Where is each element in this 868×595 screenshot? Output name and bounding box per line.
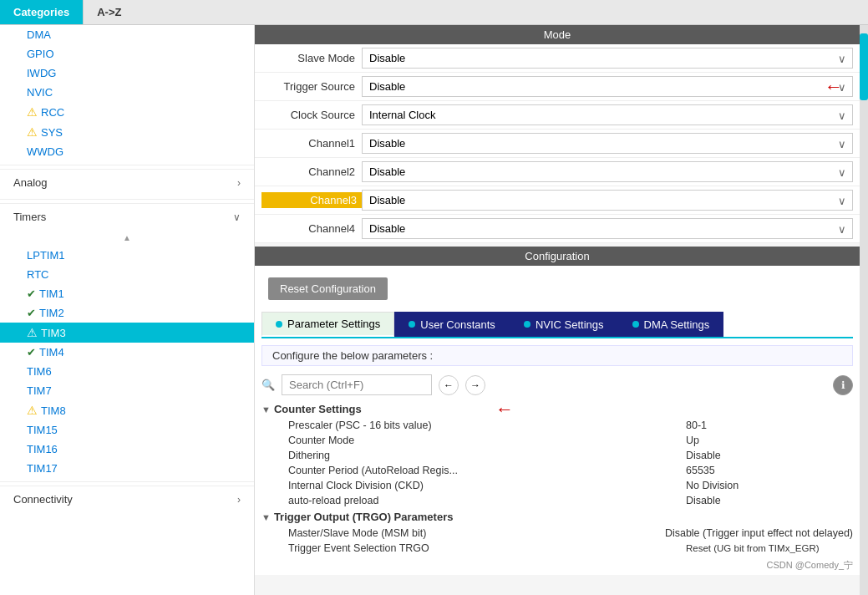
divider-1 [0, 165, 254, 165]
scroll-up-arrow: ▲ [123, 233, 131, 242]
trigger-source-label: Trigger Source [261, 80, 362, 93]
sidebar-item-tim8[interactable]: ⚠TIM8 [0, 400, 254, 420]
config-tabs-row: Parameter Settings User Constants NVIC S… [261, 312, 853, 338]
nav-prev-button[interactable]: ← [439, 375, 459, 395]
config-header: Configuration [255, 247, 860, 266]
sidebar-item-tim4[interactable]: ✔TIM4 [0, 343, 254, 362]
param-counter-mode-value: Up [686, 435, 853, 446]
channel3-select-wrap: Disable [362, 190, 853, 211]
sidebar-item-wwdg[interactable]: WWDG [0, 142, 254, 161]
sidebar: DMA GPIO IWDG NVIC ⚠RCC ⚠SYS WWDG Analog… [0, 25, 255, 595]
param-prescaler-value: 80-1 [686, 420, 853, 431]
clock-source-select[interactable]: Internal Clock [362, 104, 853, 125]
channel2-select-wrap: Disable [362, 161, 853, 182]
sidebar-item-tim15[interactable]: TIM15 [0, 420, 254, 440]
tab-dot-nvic [524, 321, 530, 328]
channel1-select[interactable]: Disable [362, 133, 853, 154]
clock-source-select-wrap: Internal Clock [362, 104, 853, 125]
watermark: CSDN @Comedy_宁 [255, 556, 860, 575]
analog-section-header[interactable]: Analog › [0, 169, 254, 196]
sidebar-item-rtc[interactable]: RTC [0, 265, 254, 284]
trigger-source-select-wrap: Disable [362, 76, 853, 97]
clock-source-row: Clock Source Internal Clock [255, 101, 860, 130]
channel4-label: Channel4 [261, 222, 362, 235]
config-body: Reset Configuration Parameter Settings U… [255, 266, 860, 575]
param-ckd-value: No Division [686, 480, 853, 491]
sidebar-item-sys[interactable]: ⚠SYS [0, 122, 254, 142]
warn-icon-tim8: ⚠ [27, 404, 38, 417]
connectivity-chevron: › [237, 494, 241, 506]
timers-section-header[interactable]: Timers ∨ [0, 203, 254, 230]
trigger-source-select[interactable]: Disable [362, 76, 853, 97]
param-msm-name: Master/Slave Mode (MSM bit) [288, 527, 665, 539]
connectivity-label: Connectivity [13, 493, 73, 506]
counter-toggle: ▼ [261, 404, 271, 414]
check-icon-tim4: ✔ [27, 346, 36, 359]
param-msm: Master/Slave Mode (MSM bit) Disable (Tri… [261, 526, 853, 541]
search-input[interactable] [282, 374, 432, 395]
channel4-select[interactable]: Disable [362, 218, 853, 239]
tab-dma-settings[interactable]: DMA Settings [618, 312, 724, 337]
check-icon-tim1: ✔ [27, 287, 36, 300]
param-ckd-name: Internal Clock Division (CKD) [288, 480, 686, 491]
reset-configuration-button[interactable]: Reset Configuration [268, 277, 388, 300]
divider-2 [0, 199, 254, 200]
warn-icon-sys: ⚠ [27, 125, 38, 139]
channel2-label: Channel2 [261, 165, 362, 178]
param-dithering: Dithering Disable [261, 448, 853, 463]
channel4-select-wrap: Disable [362, 218, 853, 239]
info-button[interactable]: ℹ [833, 375, 853, 395]
scrollbar-track[interactable] [860, 25, 868, 595]
tab-az[interactable]: A->Z [83, 0, 135, 24]
search-row: 🔍 ← → ℹ [255, 373, 860, 400]
tab-nvic-settings[interactable]: NVIC Settings [510, 312, 618, 337]
tab-categories[interactable]: Categories [0, 0, 83, 24]
sidebar-item-rcc[interactable]: ⚠RCC [0, 102, 254, 122]
trgo-section[interactable]: ▼ Trigger Output (TRGO) Parameters [261, 508, 853, 526]
clock-source-label: Clock Source [261, 109, 362, 121]
param-counter-period: Counter Period (AutoReload Regis... 6553… [261, 463, 853, 478]
channel2-select[interactable]: Disable [362, 161, 853, 182]
scrollbar-thumb[interactable] [860, 33, 868, 100]
channel1-row: Channel1 Disable [255, 130, 860, 158]
sidebar-item-iwdg[interactable]: IWDG [0, 64, 254, 83]
tab-parameter-settings[interactable]: Parameter Settings [261, 312, 394, 337]
channel3-select[interactable]: Disable [362, 190, 853, 211]
sidebar-item-dma[interactable]: DMA [0, 25, 254, 44]
sidebar-item-gpio[interactable]: GPIO [0, 44, 254, 64]
sidebar-item-tim1[interactable]: ✔TIM1 [0, 284, 254, 303]
analog-chevron: › [237, 177, 241, 189]
sidebar-item-nvic[interactable]: NVIC [0, 83, 254, 102]
tab-label-nvic: NVIC Settings [536, 318, 604, 331]
sidebar-item-tim16[interactable]: TIM16 [0, 440, 254, 459]
param-section: ▼ Counter Settings ← Prescaler (PSC - 16… [255, 400, 860, 556]
sidebar-item-tim3[interactable]: ⚠TIM3 [0, 323, 254, 343]
sidebar-item-tim2[interactable]: ✔TIM2 [0, 303, 254, 323]
connectivity-section-header[interactable]: Connectivity › [0, 486, 254, 512]
sidebar-item-tim7[interactable]: TIM7 [0, 381, 254, 400]
nav-next-button[interactable]: → [465, 375, 485, 395]
param-trgo-name: Trigger Event Selection TRGO [288, 542, 686, 554]
channel1-label: Channel1 [261, 137, 362, 150]
channel3-label: Channel3 [261, 192, 362, 208]
sidebar-item-tim6[interactable]: TIM6 [0, 362, 254, 381]
param-counter-period-value: 65535 [686, 465, 853, 476]
sidebar-item-lptim1[interactable]: LPTIM1 [0, 246, 254, 265]
top-bar: Categories A->Z [0, 0, 868, 25]
counter-settings-section[interactable]: ▼ Counter Settings ← [261, 400, 853, 418]
param-dithering-value: Disable [686, 450, 853, 461]
sidebar-item-tim17[interactable]: TIM17 [0, 459, 254, 478]
warn-icon-tim3: ⚠ [27, 326, 38, 339]
param-msm-value: Disable (Trigger input effect not delaye… [665, 527, 853, 539]
channel2-row: Channel2 Disable [255, 158, 860, 186]
param-autoreload-value: Disable [686, 495, 853, 506]
trgo-label: Trigger Output (TRGO) Parameters [274, 511, 454, 523]
arrow-annotation-counter: ← [495, 399, 514, 420]
warn-icon-rcc: ⚠ [27, 105, 38, 119]
param-prescaler: Prescaler (PSC - 16 bits value) 80-1 [261, 418, 853, 433]
param-autoreload: auto-reload preload Disable [261, 493, 853, 508]
tab-user-constants[interactable]: User Constants [394, 312, 510, 337]
param-counter-mode: Counter Mode Up [261, 433, 853, 448]
channel1-select-wrap: Disable [362, 133, 853, 154]
slave-mode-select[interactable]: Disable [362, 48, 853, 69]
